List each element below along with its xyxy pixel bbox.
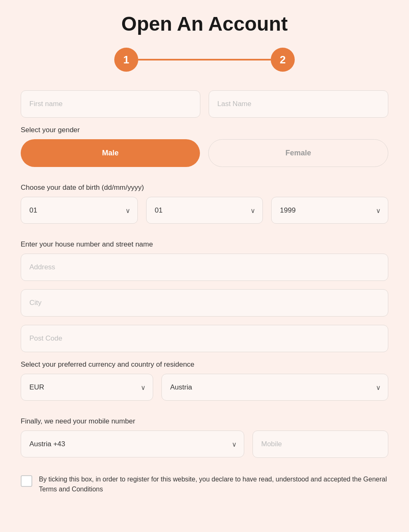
mobile-number-input[interactable] xyxy=(253,430,388,458)
female-button[interactable]: Female xyxy=(208,139,388,167)
terms-label: By ticking this box, in order to registe… xyxy=(39,474,388,494)
city-input[interactable] xyxy=(21,289,388,317)
stepper: 1 2 xyxy=(21,48,388,72)
last-name-input[interactable] xyxy=(209,90,388,118)
dob-month-wrapper: 01 02 03 xyxy=(146,197,263,224)
address-label: Enter your house number and street name xyxy=(21,240,388,249)
dob-label: Choose your date of birth (dd/mm/yyyy) xyxy=(21,184,388,192)
currency-select[interactable]: EUR USD GBP xyxy=(21,374,153,401)
male-button[interactable]: Male xyxy=(21,139,200,167)
country-select[interactable]: Austria Germany France xyxy=(161,374,388,401)
postcode-group xyxy=(21,325,388,352)
currency-wrapper: EUR USD GBP xyxy=(21,374,153,401)
terms-row: By ticking this box, in order to registe… xyxy=(21,474,388,494)
step-line xyxy=(138,59,271,60)
dob-row: 01 02 03 01 02 03 1999 2000 1998 xyxy=(21,197,388,224)
gender-label: Select your gender xyxy=(21,126,388,134)
currency-row: EUR USD GBP Austria Germany France xyxy=(21,374,388,401)
dob-year-wrapper: 1999 2000 1998 xyxy=(271,197,388,224)
address-input[interactable] xyxy=(21,254,388,281)
mobile-country-select[interactable]: Austria +43 Germany +49 France +33 xyxy=(21,430,244,457)
name-row xyxy=(21,90,388,118)
gender-row: Male Female xyxy=(21,139,388,167)
city-group xyxy=(21,289,388,317)
country-wrapper: Austria Germany France xyxy=(161,374,388,401)
mobile-group: Finally, we need your mobile number Aust… xyxy=(21,417,388,466)
dob-group: Choose your date of birth (dd/mm/yyyy) 0… xyxy=(21,184,388,232)
mobile-label: Finally, we need your mobile number xyxy=(21,417,388,426)
dob-month-select[interactable]: 01 02 03 xyxy=(146,197,263,224)
mobile-country-wrapper: Austria +43 Germany +49 France +33 xyxy=(21,430,244,458)
gender-group: Select your gender Male Female xyxy=(21,126,388,175)
terms-checkbox[interactable] xyxy=(21,475,32,487)
page-title: Open An Account xyxy=(21,12,388,35)
dob-day-wrapper: 01 02 03 xyxy=(21,197,138,224)
currency-group: Select your preferred currency and count… xyxy=(21,360,388,409)
step-2-circle: 2 xyxy=(271,48,295,72)
step-1-circle: 1 xyxy=(114,48,138,72)
dob-year-select[interactable]: 1999 2000 1998 xyxy=(271,197,388,224)
currency-label: Select your preferred currency and count… xyxy=(21,360,388,369)
address-group: Enter your house number and street name xyxy=(21,240,388,281)
dob-day-select[interactable]: 01 02 03 xyxy=(21,197,138,224)
first-name-input[interactable] xyxy=(21,90,200,118)
postcode-input[interactable] xyxy=(21,325,388,352)
mobile-row: Austria +43 Germany +49 France +33 xyxy=(21,430,388,458)
